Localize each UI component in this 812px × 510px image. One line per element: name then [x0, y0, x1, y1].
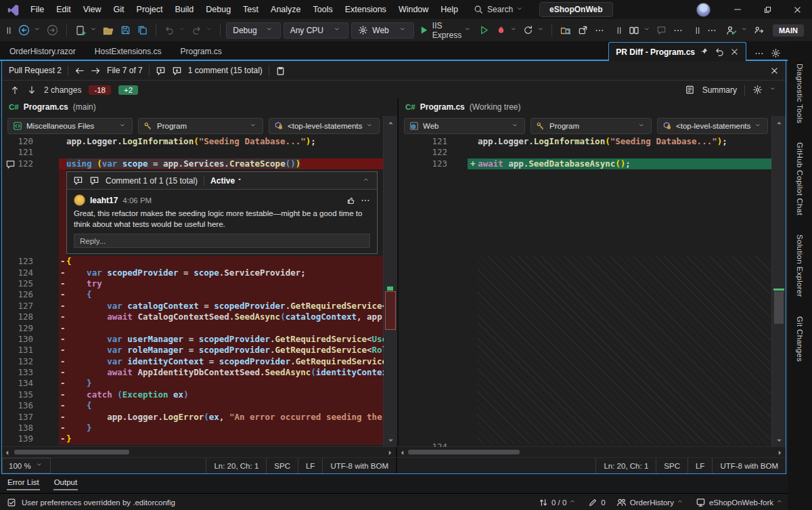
chevron-down-icon[interactable] — [179, 26, 187, 34]
code-line[interactable]: 131- var roleManager = scopedProvider.Ge… — [2, 345, 384, 356]
next-comment-button[interactable] — [172, 66, 182, 76]
find-in-files-button[interactable] — [558, 23, 573, 38]
solution-configuration-dropdown[interactable]: Debug — [226, 22, 280, 39]
zoom-dropdown[interactable]: 100 % — [2, 458, 51, 473]
previous-file-button[interactable] — [74, 66, 85, 76]
menu-item[interactable]: Extensions — [339, 0, 392, 19]
scrollbar-thumb[interactable] — [14, 450, 129, 454]
restore-button[interactable] — [752, 0, 782, 19]
reply-input[interactable]: Reply... — [74, 234, 370, 248]
close-tab-icon[interactable] — [730, 47, 739, 56]
code-line[interactable]: 120app.Logger.LogInformation("Seeding Da… — [2, 136, 384, 147]
toolbar-grip[interactable] — [693, 26, 702, 35]
solution-explorer-tool-button[interactable] — [576, 23, 590, 37]
environment-badge[interactable]: MAIN — [773, 24, 804, 37]
hot-reload-button[interactable] — [494, 23, 508, 37]
save-button[interactable] — [118, 23, 133, 37]
code-line[interactable]: 136- { — [2, 400, 384, 411]
code-line[interactable]: 122 — [399, 147, 772, 158]
close-window-button[interactable] — [782, 0, 812, 19]
code-line[interactable]: 121app.Logger.LogInformation("Seeding Da… — [399, 136, 772, 147]
tool-window-tab[interactable]: Solution Explorer — [796, 234, 804, 297]
project-dropdown[interactable]: Miscellaneous Files — [7, 118, 133, 134]
member-dropdown[interactable]: <top-level-statements-en — [657, 118, 768, 134]
toolbar-grip[interactable] — [614, 26, 624, 35]
code-line[interactable]: 123-{ — [2, 256, 384, 267]
scroll-up-icon[interactable] — [384, 117, 397, 128]
menu-item[interactable]: File — [24, 0, 50, 19]
live-share-button[interactable] — [724, 23, 739, 38]
pin-icon[interactable] — [700, 47, 709, 56]
startup-profile-dropdown[interactable]: Web — [351, 22, 413, 39]
scrollbar-thumb[interactable] — [774, 291, 784, 324]
code-line[interactable]: 130- var userManager = scopedProvider.Ge… — [2, 334, 384, 345]
navigate-forward-button[interactable] — [45, 22, 60, 38]
diff-toolbar-overflow-button[interactable] — [671, 24, 685, 37]
tool-window-tab[interactable]: GitHub Copilot Chat — [796, 142, 804, 215]
scrollbar-thumb[interactable] — [408, 450, 520, 454]
scroll-down-icon[interactable] — [384, 435, 397, 446]
start-without-debugging-button[interactable] — [477, 23, 491, 37]
scroll-right-icon[interactable] — [385, 447, 394, 458]
minimize-button[interactable] — [723, 0, 752, 19]
restart-button[interactable] — [521, 23, 535, 37]
menu-item[interactable]: View — [77, 0, 108, 19]
code-line[interactable]: 125- try — [2, 278, 384, 289]
left-code-editor[interactable]: 120app.Logger.LogInformation("Seeding Da… — [2, 136, 384, 447]
right-horizontal-scrollbar[interactable] — [397, 447, 786, 458]
scroll-left-icon[interactable] — [2, 447, 12, 458]
code-line[interactable]: 132- var identityContext = scopedProvide… — [2, 356, 384, 367]
menu-item[interactable]: Window — [392, 0, 434, 19]
right-vertical-scrollbar[interactable] — [771, 116, 786, 447]
menu-item[interactable]: Test — [237, 0, 265, 19]
next-file-button[interactable] — [91, 66, 101, 76]
right-code-editor[interactable]: 121app.Logger.LogInformation("Seeding Da… — [399, 136, 772, 447]
overflow-button[interactable] — [705, 24, 719, 37]
type-dropdown[interactable]: Program — [531, 118, 652, 134]
code-line[interactable]: 135- catch (Exception ex) — [2, 389, 384, 400]
code-line[interactable]: 124- var scopedProvider = scope.ServiceP… — [2, 268, 384, 278]
pending-edits-status[interactable]: 0 — [588, 498, 605, 507]
tool-window-tab[interactable]: Diagnostic Tools — [796, 64, 804, 123]
scroll-down-icon[interactable] — [772, 435, 786, 446]
code-line[interactable]: 128- await CatalogContextSeed.SeedAsync(… — [2, 312, 384, 322]
whitespace-indicator[interactable]: SPC — [656, 458, 687, 473]
undo-icon[interactable] — [715, 47, 725, 57]
toolbar-overflow-button[interactable] — [593, 24, 606, 37]
redo-button[interactable] — [189, 23, 204, 37]
menu-item[interactable]: Debug — [200, 0, 237, 19]
menu-item[interactable]: Tools — [307, 0, 339, 19]
search-control[interactable]: Search — [474, 5, 524, 14]
collapse-thread-icon[interactable] — [363, 177, 371, 184]
code-line[interactable]: 121 — [2, 147, 384, 158]
menu-item[interactable]: Analyze — [265, 0, 307, 19]
previous-comment-icon[interactable] — [73, 175, 83, 186]
menu-item[interactable]: Git — [108, 0, 131, 19]
add-comment-button[interactable] — [654, 23, 669, 37]
code-line[interactable]: 122using (var scope = app.Services.Creat… — [2, 158, 384, 169]
chevron-down-icon[interactable] — [538, 26, 545, 34]
sign-in-button[interactable] — [752, 23, 766, 37]
document-tab[interactable]: OrderHistory.razor — [0, 42, 85, 60]
code-line[interactable]: 129- — [2, 323, 384, 334]
member-dropdown[interactable]: <top-level-statements-en — [269, 118, 380, 134]
code-line[interactable]: 138- } — [2, 423, 384, 433]
new-item-button[interactable] — [73, 23, 88, 38]
document-tab[interactable]: HostExtensions.cs — [85, 42, 171, 60]
comment-menu-icon[interactable] — [361, 196, 370, 205]
chevron-down-icon[interactable] — [91, 26, 98, 34]
close-pr-view-button[interactable] — [770, 66, 779, 75]
previous-comment-button[interactable] — [156, 66, 166, 76]
sync-status[interactable]: 0 / 0 — [539, 498, 577, 507]
compare-documents-button[interactable] — [627, 23, 641, 38]
tab-error-list[interactable]: Error List — [7, 477, 40, 490]
project-dropdown[interactable]: Web — [404, 118, 525, 134]
start-debugging-button[interactable]: IIS Express — [417, 19, 474, 42]
cursor-position[interactable]: Ln: 20, Ch: 1 — [206, 458, 266, 473]
encoding-indicator[interactable]: UTF-8 with BOM — [712, 458, 786, 473]
next-change-button[interactable] — [27, 85, 37, 95]
code-line[interactable]: 137- app.Logger.LogError(ex, "An error o… — [2, 412, 384, 423]
line-ending-indicator[interactable]: LF — [687, 458, 712, 473]
tab-output[interactable]: Output — [53, 477, 78, 490]
left-horizontal-scrollbar[interactable] — [2, 447, 397, 458]
